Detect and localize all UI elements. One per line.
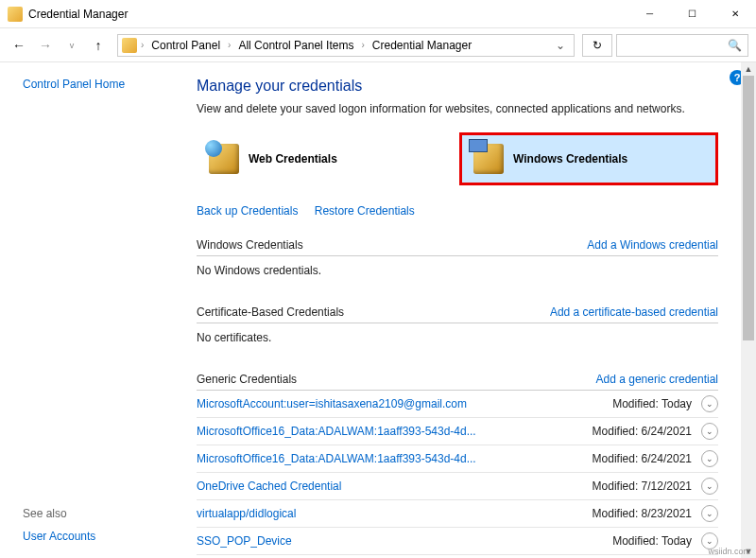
generic-credentials-list: MicrosoftAccount:user=ishitasaxena2109@g… xyxy=(197,391,718,558)
windows-empty-message: No Windows credentials. xyxy=(197,256,718,292)
sidebar: Control Panel Home See also User Account… xyxy=(0,62,189,558)
page-title: Manage your credentials xyxy=(197,78,718,95)
credential-row[interactable]: MicrosoftOffice16_Data:ADALWAM:1aaff393-… xyxy=(197,445,718,473)
scroll-up-arrow[interactable]: ▲ xyxy=(741,62,756,76)
minimize-button[interactable]: ─ xyxy=(628,0,671,28)
window-title-area: Credential Manager xyxy=(8,7,628,22)
window-controls: ─ ☐ ✕ xyxy=(628,0,756,28)
search-icon: 🔍 xyxy=(728,39,742,52)
section-label: Certificate-Based Credentials xyxy=(197,305,344,319)
titlebar: Credential Manager ─ ☐ ✕ xyxy=(0,0,756,28)
credential-modified: Modified: 6/24/2021 xyxy=(593,452,692,465)
certificate-empty-message: No certificates. xyxy=(197,323,718,359)
section-label: Generic Credentials xyxy=(197,373,297,386)
backup-credentials-link[interactable]: Back up Credentials xyxy=(197,204,298,218)
section-certificate-credentials: Certificate-Based Credentials Add a cert… xyxy=(197,300,718,323)
breadcrumb-item[interactable]: Control Panel xyxy=(147,37,224,54)
tab-windows-credentials[interactable]: Windows Credentials xyxy=(459,132,718,185)
credential-modified: Modified: 8/23/2021 xyxy=(593,507,692,520)
content-area: ? Control Panel Home See also User Accou… xyxy=(0,62,756,558)
app-icon xyxy=(8,7,23,22)
credential-name[interactable]: virtualapp/didlogical xyxy=(197,507,587,520)
credential-name[interactable]: OneDrive Cached Credential xyxy=(197,480,587,493)
chevron-right-icon: › xyxy=(226,40,232,50)
breadcrumb-dropdown[interactable]: ⌄ xyxy=(551,39,570,52)
recent-dropdown[interactable]: v xyxy=(60,34,83,57)
expand-icon[interactable]: ⌄ xyxy=(701,423,718,440)
credential-row[interactable]: MicrosoftOffice16_Data:ADALWAM:1aaff393-… xyxy=(197,418,718,445)
chevron-right-icon: › xyxy=(359,40,366,50)
forward-button[interactable]: → xyxy=(34,34,57,57)
maximize-button[interactable]: ☐ xyxy=(671,0,713,28)
add-generic-credential-link[interactable]: Add a generic credential xyxy=(596,373,718,386)
breadcrumb-item[interactable]: All Control Panel Items xyxy=(234,37,357,54)
credential-modified: Modified: 6/24/2021 xyxy=(593,425,692,438)
section-label: Windows Credentials xyxy=(197,238,303,252)
web-credentials-icon xyxy=(209,144,239,174)
restore-credentials-link[interactable]: Restore Credentials xyxy=(315,204,415,218)
add-certificate-credential-link[interactable]: Add a certificate-based credential xyxy=(550,305,718,319)
credential-modified: Modified: Today xyxy=(612,397,692,410)
control-panel-home-link[interactable]: Control Panel Home xyxy=(23,78,125,91)
windows-credentials-icon xyxy=(473,144,504,174)
back-button[interactable]: ← xyxy=(8,34,30,57)
tab-web-label: Web Credentials xyxy=(249,152,337,166)
credential-row[interactable]: SSO_POP_DeviceModified: Today⌄ xyxy=(197,528,718,555)
credential-modified: Modified: 7/12/2021 xyxy=(593,480,692,493)
watermark: wsiidn.com xyxy=(708,547,750,556)
credential-name[interactable]: SSO_POP_Device xyxy=(197,534,607,548)
navbar: ← → v ↑ › Control Panel › All Control Pa… xyxy=(0,28,756,62)
credential-tabs: Web Credentials Windows Credentials xyxy=(197,132,718,185)
expand-icon[interactable]: ⌄ xyxy=(701,450,718,467)
credential-name[interactable]: MicrosoftOffice16_Data:ADALWAM:1aaff393-… xyxy=(197,452,587,465)
chevron-right-icon: › xyxy=(139,40,146,50)
backup-restore-links: Back up Credentials Restore Credentials xyxy=(197,204,718,218)
credential-manager-icon xyxy=(122,38,137,53)
credential-row[interactable]: MicrosoftAccount:user=ishitasaxena2109@g… xyxy=(197,391,718,418)
credential-name[interactable]: MicrosoftAccount:user=ishitasaxena2109@g… xyxy=(197,397,607,410)
see-also-label: See also xyxy=(23,507,178,520)
expand-icon[interactable]: ⌄ xyxy=(701,505,718,522)
credential-modified: Modified: Today xyxy=(612,534,692,548)
tab-windows-label: Windows Credentials xyxy=(513,152,627,166)
vertical-scrollbar[interactable]: ▲ ▼ xyxy=(741,62,756,558)
user-accounts-link[interactable]: User Accounts xyxy=(23,530,95,543)
credential-row[interactable]: OneDrive Cached CredentialModified: 7/12… xyxy=(197,473,718,500)
refresh-button[interactable]: ↻ xyxy=(582,34,612,57)
tab-web-credentials[interactable]: Web Credentials xyxy=(197,132,452,185)
expand-icon[interactable]: ⌄ xyxy=(701,478,718,495)
section-windows-credentials: Windows Credentials Add a Windows creden… xyxy=(197,233,718,256)
add-windows-credential-link[interactable]: Add a Windows credential xyxy=(587,238,718,252)
credential-name[interactable]: MicrosoftOffice16_Data:ADALWAM:1aaff393-… xyxy=(197,425,587,438)
main-panel: Manage your credentials View and delete … xyxy=(189,62,756,558)
expand-icon[interactable]: ⌄ xyxy=(701,395,718,412)
window-title: Credential Manager xyxy=(28,8,128,21)
breadcrumb-item[interactable]: Credential Manager xyxy=(369,37,475,54)
close-button[interactable]: ✕ xyxy=(713,0,756,28)
up-button[interactable]: ↑ xyxy=(87,34,110,57)
credential-row[interactable]: virtualapp/didlogicalModified: 8/23/2021… xyxy=(197,500,718,528)
breadcrumb[interactable]: › Control Panel › All Control Panel Item… xyxy=(117,34,575,57)
scroll-thumb[interactable] xyxy=(743,76,754,340)
search-input[interactable]: 🔍 xyxy=(616,34,748,57)
section-generic-credentials: Generic Credentials Add a generic creden… xyxy=(197,367,718,391)
page-subtitle: View and delete your saved logon informa… xyxy=(197,102,718,115)
